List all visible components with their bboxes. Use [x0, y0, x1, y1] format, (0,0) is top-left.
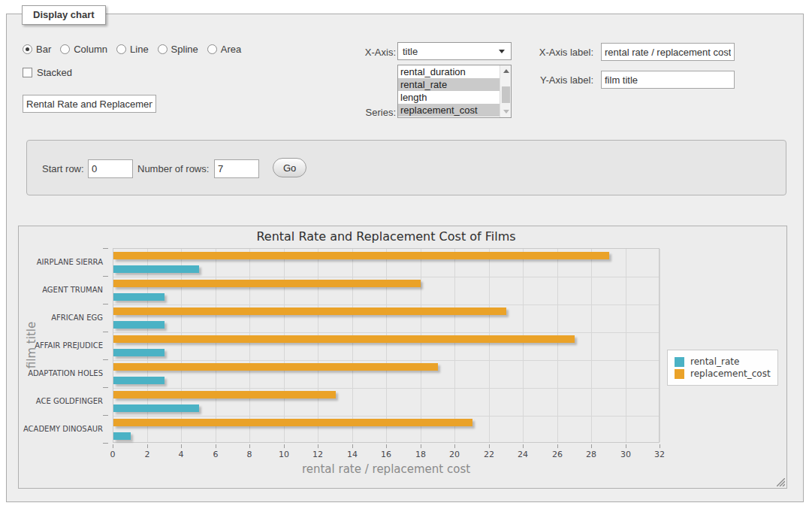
chart-title-input[interactable]: [23, 95, 156, 113]
chart-type-radio-group: BarColumnLineSplineArea: [23, 44, 250, 55]
x-tick-mark: [216, 444, 216, 448]
series-list-label: Series:: [292, 107, 396, 118]
y-axis-label-input[interactable]: [601, 71, 735, 89]
radio-button-icon[interactable]: [158, 44, 168, 54]
gridline-vertical: [660, 249, 660, 442]
plot-area: [113, 248, 660, 443]
x-tick-label: 12: [312, 450, 323, 459]
series-scrollbar[interactable]: [500, 65, 511, 117]
y-tick-mark: [103, 387, 108, 388]
gridline-vertical: [626, 249, 626, 442]
radio-button-icon[interactable]: [23, 44, 32, 54]
radio-area[interactable]: Area: [207, 44, 241, 55]
gridline-vertical: [421, 249, 421, 442]
y-tick-mark: [103, 332, 108, 332]
series-option-length[interactable]: length: [398, 91, 511, 104]
x-axis-title: rental rate / replacement cost: [113, 462, 660, 476]
radio-label: Line: [130, 44, 149, 55]
y-tick-mark: [103, 276, 108, 277]
radio-button-icon[interactable]: [60, 44, 70, 54]
gridline-vertical: [318, 249, 318, 442]
radio-label: Spline: [171, 44, 198, 55]
y-tick-label: ACADEMY DINOSAUR: [19, 425, 103, 433]
bar-rental_rate: [113, 349, 165, 356]
legend-label: rental_rate: [690, 356, 739, 367]
x-tick-mark: [352, 444, 353, 448]
y-tick-label: ADAPTATION HOLES: [19, 369, 103, 377]
y-axis-label-label: Y-Axis label:: [442, 74, 593, 86]
y-tick-mark: [103, 415, 108, 416]
y-tick-label: ACE GOLDFINGER: [19, 397, 103, 405]
y-tick-label: AGENT TRUMAN: [19, 286, 103, 294]
stacked-checkbox[interactable]: [23, 68, 32, 77]
bar-rental_rate: [113, 377, 165, 384]
series-option-replacement_cost[interactable]: replacement_cost: [398, 104, 511, 117]
chart-title: Rental Rate and Replacement Cost of Film…: [113, 229, 660, 244]
x-tick-label: 16: [381, 450, 391, 459]
y-tick-label: AFFAIR PREJUDICE: [19, 341, 103, 350]
gridline-horizontal: [113, 360, 659, 361]
x-tick-label: 26: [552, 450, 563, 459]
bar-rental_rate: [113, 293, 165, 301]
x-tick-mark: [454, 444, 455, 448]
x-tick-label: 6: [213, 450, 219, 459]
start-row-label: Start row:: [42, 163, 84, 174]
x-axis-select-label: X-Axis:: [292, 47, 396, 58]
radio-button-icon[interactable]: [207, 44, 217, 54]
x-tick-label: 30: [620, 450, 631, 459]
x-tick-label: 22: [484, 450, 494, 459]
x-tick-label: 14: [347, 450, 358, 459]
radio-label: Area: [221, 44, 241, 55]
x-axis-label-input[interactable]: [601, 43, 735, 61]
bar-replacement_cost: [113, 363, 438, 371]
stacked-label: Stacked: [37, 67, 72, 78]
x-tick-mark: [557, 444, 558, 448]
legend-swatch-replacement_cost: [675, 369, 684, 379]
x-tick-label: 24: [518, 450, 528, 459]
bar-replacement_cost: [113, 419, 472, 426]
display-chart-fieldset: Display chart BarColumnLineSplineArea St…: [6, 14, 804, 502]
scrollbar-thumb[interactable]: [502, 86, 510, 103]
resize-handle-icon[interactable]: [777, 478, 785, 486]
scroll-down-icon[interactable]: [500, 106, 512, 117]
x-tick-label: 28: [586, 450, 596, 459]
gridline-vertical: [181, 249, 182, 442]
row-controls-panel: Start row: Number of rows: Go: [26, 140, 786, 195]
stacked-checkbox-row[interactable]: Stacked: [23, 67, 72, 78]
x-tick-label: 8: [247, 450, 252, 459]
gridline-vertical: [591, 249, 592, 442]
bar-rental_rate: [113, 404, 199, 412]
x-tick-mark: [421, 444, 421, 448]
gridline-vertical: [216, 249, 216, 442]
bar-replacement_cost: [113, 391, 336, 398]
gridline-horizontal: [113, 277, 659, 277]
x-tick-label: 4: [179, 450, 184, 459]
x-tick-mark: [591, 444, 592, 448]
gridline-vertical: [557, 249, 558, 442]
y-tick-mark: [103, 443, 108, 444]
y-tick-label: AFRICAN EGG: [19, 314, 103, 322]
gridline-horizontal: [113, 388, 659, 389]
series-multiselect[interactable]: rental_durationrental_ratelengthreplacem…: [397, 65, 512, 118]
x-tick-label: 32: [654, 450, 665, 459]
go-button[interactable]: Go: [273, 158, 306, 177]
gridline-vertical: [249, 249, 250, 442]
fieldset-legend: Display chart: [22, 5, 106, 25]
legend-swatch-rental_rate: [675, 357, 684, 367]
bar-rental_rate: [113, 265, 199, 273]
num-rows-input[interactable]: [214, 159, 259, 178]
radio-button-icon[interactable]: [116, 44, 126, 54]
bar-replacement_cost: [113, 308, 506, 315]
radio-line[interactable]: Line: [116, 44, 149, 55]
radio-bar[interactable]: Bar: [23, 44, 51, 55]
gridline-horizontal: [113, 304, 659, 305]
gridline-vertical: [352, 249, 353, 442]
radio-column[interactable]: Column: [60, 44, 107, 55]
radio-label: Column: [74, 44, 107, 55]
x-tick-mark: [523, 444, 524, 448]
x-tick-label: 0: [110, 450, 116, 459]
radio-spline[interactable]: Spline: [158, 44, 198, 55]
gridline-vertical: [386, 249, 387, 442]
x-tick-mark: [249, 444, 250, 448]
start-row-input[interactable]: [88, 159, 133, 178]
